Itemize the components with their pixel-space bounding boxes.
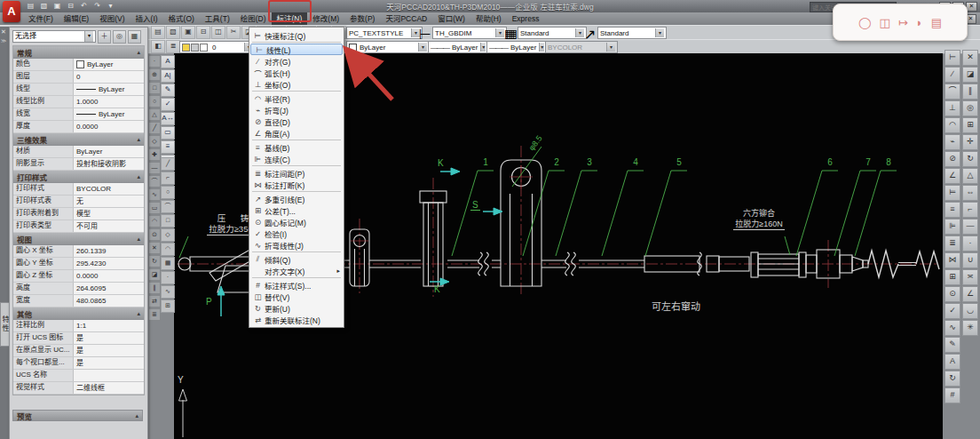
aligned-dim-icon[interactable]: ∕ (944, 67, 960, 83)
text-style-combo[interactable]: PC_TEXTSTYLE ▾ (346, 27, 423, 39)
dim-menu-item-dim-space-icon[interactable]: ≣标注间距(P) (249, 167, 344, 179)
property-value[interactable]: 1:1 (74, 320, 144, 331)
dim-menu-item-multileader-icon[interactable]: ↗多重引线(E) (249, 193, 344, 204)
collapse-caret-icon[interactable]: ▴ (137, 310, 140, 317)
angular-icon[interactable]: ∠ (944, 168, 960, 184)
quick-dim-icon[interactable]: ⊨ (944, 185, 960, 201)
chevron-down-icon[interactable]: ▾ (575, 28, 584, 37)
property-row[interactable]: 打印样式表无 (13, 196, 144, 208)
qnew-icon[interactable]: ▤ (151, 26, 165, 39)
tool-icon[interactable]: ⊙ (148, 228, 161, 241)
layer-lock-icon[interactable] (191, 44, 199, 52)
preview-icon[interactable]: ◫ (211, 26, 225, 39)
dim-menu-item-jog-linear-icon[interactable]: ∿折弯线性(J) (249, 239, 344, 251)
property-value[interactable]: 0.0000 (74, 270, 144, 282)
chevron-down-icon[interactable]: ▾ (84, 31, 93, 42)
menu-item-1[interactable]: 编辑(E) (59, 12, 94, 25)
property-row[interactable]: 线型ByLayer (13, 84, 144, 96)
dim-menu-item-angular-dim-icon[interactable]: ∠角度(A) (249, 127, 344, 139)
text-scale-icon[interactable]: A↔ (161, 112, 175, 125)
collapse-caret-icon[interactable]: ▴ (137, 136, 140, 143)
menu-item-8[interactable]: 修改(M) (307, 12, 344, 25)
scale-icon[interactable]: △ (962, 168, 978, 184)
pickadd-toggle-button[interactable]: ＋ (98, 30, 111, 44)
menu-item-5[interactable]: 工具(T) (200, 12, 235, 25)
spell-check-icon[interactable]: ✓ (161, 98, 175, 111)
tool-icon[interactable]: · (148, 55, 161, 68)
tool-icon[interactable]: ◠ (148, 215, 161, 227)
property-value[interactable]: 是 (74, 332, 144, 344)
collapse-caret-icon[interactable]: ▴ (135, 412, 138, 419)
tool-icon[interactable]: ⊕ (148, 68, 161, 81)
capture-split-icon[interactable]: ◫ (880, 16, 890, 29)
fillet-icon[interactable]: ◡ (962, 303, 978, 319)
arc-icon[interactable]: ⌒ (161, 200, 175, 213)
menu-item-3[interactable]: 插入(I) (130, 12, 163, 25)
hatch-icon[interactable]: ▦ (161, 257, 175, 270)
dim-menu-item-radius-dim-icon[interactable]: ◠半径(R) (249, 92, 344, 104)
property-value[interactable] (74, 370, 144, 381)
property-value[interactable]: 0 (74, 71, 144, 83)
property-value[interactable]: 模型 (74, 208, 144, 220)
trim-icon[interactable]: ⌐ (962, 202, 978, 218)
property-row[interactable]: 图层0 (13, 71, 144, 84)
offset-icon[interactable]: ◎ (962, 100, 978, 116)
rotate-icon[interactable]: ↻ (962, 151, 978, 167)
dim-menu-item-ordinate-dim-icon[interactable]: ⊥坐标(O) (249, 78, 344, 90)
tool-icon[interactable]: ▭ (148, 202, 161, 214)
property-row[interactable]: 打印表类型不可用 (13, 220, 144, 233)
menu-item-0[interactable]: 文件(F) (23, 12, 59, 25)
property-row[interactable]: 打开 UCS 图标是 (13, 332, 144, 345)
ellipse-icon[interactable]: ◠ (161, 243, 175, 256)
dim-menu-item-arc-length-icon[interactable]: ⌒弧长(H) (249, 67, 344, 78)
palette-section-header[interactable]: 打印样式▴ (13, 171, 144, 183)
block-icon[interactable]: ⊞ (161, 299, 175, 313)
dim-menu-item-update-icon[interactable]: ↻更新(U) (249, 302, 344, 314)
property-value[interactable]: ByLayer (74, 84, 144, 95)
menu-item-9[interactable]: 参数(P) (344, 12, 380, 25)
property-value[interactable]: ByLayer (74, 146, 144, 157)
property-value[interactable]: 二维线框 (74, 382, 144, 394)
tool-icon[interactable]: ◪ (148, 268, 161, 281)
dim-menu-item-tolerance-icon[interactable]: ⊞公差(T)... (249, 204, 344, 216)
text-justify-icon[interactable]: ≡ (161, 140, 175, 154)
copy-icon[interactable]: ◪ (962, 67, 978, 83)
join-icon[interactable]: ≍ (962, 269, 978, 285)
property-value[interactable]: 投射和接收阴影 (74, 158, 144, 170)
property-row[interactable]: 打印样式BYCOLOR (13, 183, 144, 196)
point-icon[interactable]: · (161, 271, 175, 284)
palette-section-header[interactable]: 三维效果▴ (13, 133, 144, 146)
menu-item-13[interactable]: Express (507, 12, 545, 25)
tool-icon[interactable]: ⇄ (148, 295, 161, 307)
capture-panel-icon[interactable]: ▤ (931, 16, 942, 29)
property-row[interactable]: 注释比例1:1 (13, 320, 144, 332)
chevron-down-icon[interactable]: ▾ (655, 28, 664, 37)
jogged-icon[interactable]: ⌁ (944, 134, 960, 150)
dim-text-edit-icon[interactable]: A (944, 354, 960, 370)
capture-halfmoon-icon[interactable]: ◗ (916, 16, 923, 29)
open-file-icon[interactable]: ▧ (38, 2, 50, 11)
draworder-icon[interactable]: ◧ (151, 40, 165, 53)
tool-icon[interactable]: □ (148, 82, 161, 94)
tool-icon[interactable]: ○ (148, 95, 161, 108)
cut-icon[interactable]: ✂ (226, 26, 241, 39)
dim-menu-item-inspect-icon[interactable]: ✓检验(I) (249, 227, 344, 239)
layer-combo[interactable]: 0 ▾ (179, 41, 256, 53)
continue-icon[interactable]: ⊫ (944, 219, 960, 235)
menu-item-4[interactable]: 格式(O) (163, 12, 200, 25)
property-value[interactable]: 264.6095 (74, 283, 144, 294)
single-text-icon[interactable]: A| (161, 69, 175, 83)
tool-icon[interactable]: ✕ (148, 242, 161, 254)
tool-icon[interactable]: ✚ (148, 148, 161, 161)
stretch-icon[interactable]: ⇔ (962, 185, 978, 201)
property-row[interactable]: 圆心 Y 坐标295.4230 (13, 258, 144, 270)
center-mark-icon[interactable]: ⊙ (944, 286, 960, 302)
menu-item-6[interactable]: 绘图(D) (235, 12, 272, 25)
table-style-combo[interactable]: Standard ▾ (518, 27, 587, 39)
dim-menu-item-dim-break-icon[interactable]: ⋈标注打断(K) (249, 179, 344, 190)
tool-icon[interactable]: ∥ (148, 282, 161, 294)
property-value[interactable]: 无 (74, 196, 144, 207)
app-logo-icon[interactable]: A (3, 1, 20, 22)
selection-combo[interactable]: 无选择 ▾ (12, 30, 96, 43)
dim-style-mgr-icon[interactable]: # (944, 387, 960, 403)
